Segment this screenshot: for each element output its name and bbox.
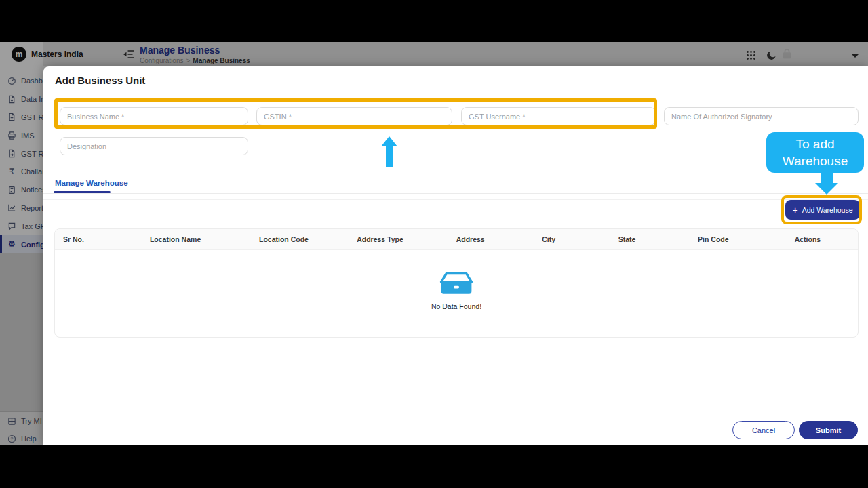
submit-button[interactable]: Submit xyxy=(799,421,858,439)
tab-manage-warehouse[interactable]: Manage Warehouse xyxy=(55,179,128,187)
col-sr-no: Sr No. xyxy=(55,235,115,243)
col-address: Address xyxy=(429,235,513,243)
col-state: State xyxy=(585,235,669,243)
tab-divider xyxy=(43,193,868,194)
tooltip-line1: To add xyxy=(766,136,864,152)
col-city: City xyxy=(513,235,585,243)
warehouse-table: Sr No. Location Name Location Code Addre… xyxy=(54,228,859,338)
col-pin-code: Pin Code xyxy=(669,235,757,243)
to-add-warehouse-tooltip: To add Warehouse xyxy=(766,132,864,173)
down-arrow-stem xyxy=(821,173,833,183)
up-arrow-icon xyxy=(381,136,397,146)
col-location-code: Location Code xyxy=(235,235,332,243)
col-location-name: Location Name xyxy=(115,235,236,243)
bottom-letterbox-bar xyxy=(0,445,868,488)
add-warehouse-button[interactable]: + Add Warehouse xyxy=(785,200,860,220)
add-business-unit-panel: Add Business Unit To add Warehouse Manag… xyxy=(43,66,868,445)
col-address-type: Address Type xyxy=(332,235,428,243)
panel-title: Add Business Unit xyxy=(55,75,145,86)
table-header-row: Sr No. Location Name Location Code Addre… xyxy=(55,229,858,250)
gstin-input[interactable] xyxy=(256,107,452,125)
plus-icon: + xyxy=(792,205,797,215)
top-letterbox-bar xyxy=(0,0,868,42)
business-name-input[interactable] xyxy=(60,107,248,125)
add-warehouse-label: Add Warehouse xyxy=(802,206,853,214)
screen: m Masters India Manage Business Configur… xyxy=(0,0,868,488)
empty-state: No Data Found! xyxy=(55,271,858,310)
col-actions: Actions xyxy=(757,235,858,243)
app-window: m Masters India Manage Business Configur… xyxy=(0,42,868,445)
up-arrow-stem xyxy=(386,146,393,167)
cancel-button[interactable]: Cancel xyxy=(732,421,795,439)
designation-input[interactable] xyxy=(60,137,248,155)
empty-text: No Data Found! xyxy=(55,302,858,310)
empty-tray-icon xyxy=(439,286,473,298)
authorized-signatory-input[interactable] xyxy=(664,107,859,125)
gst-username-input[interactable] xyxy=(461,107,656,125)
section-divider xyxy=(43,199,868,200)
tooltip-line2: Warehouse xyxy=(766,152,864,169)
